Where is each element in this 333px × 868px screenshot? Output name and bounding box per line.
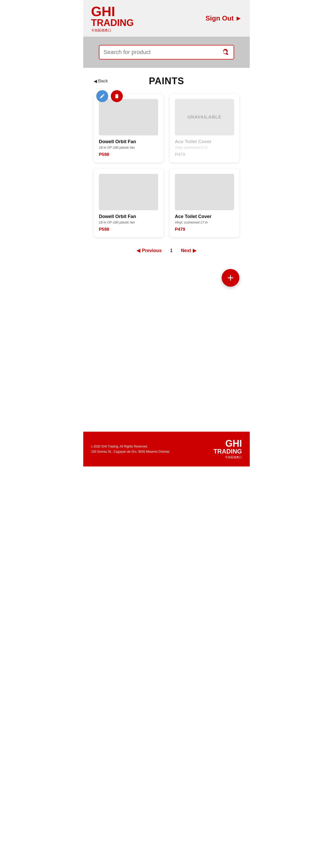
logo: GHI TRADING 卡加延德奥口 [91, 5, 134, 32]
sign-out-button[interactable]: Sign Out ► [205, 14, 242, 22]
next-arrow-icon: ▶ [193, 248, 196, 253]
plus-icon [226, 273, 235, 282]
product-price-2: P479 [175, 152, 234, 157]
logo-ghi: GHI [91, 5, 134, 18]
product-image-3 [99, 174, 158, 210]
product-name-4: Ace Toilet Cover [175, 214, 234, 219]
footer-text: c 2020 GHI Trading. All Rights Reserved.… [91, 444, 169, 455]
add-product-button[interactable] [222, 269, 239, 287]
product-desc-1: 18 in OF-180 plastic fan [99, 146, 158, 149]
unavailable-label-2: UNAVAILABLE [188, 115, 221, 120]
delete-button-1[interactable] [111, 90, 123, 102]
product-price-3: P598 [99, 227, 158, 232]
footer-address: 100 Gomez St., Cagayan de Oro, 9000 Misa… [91, 449, 169, 454]
footer-copyright: c 2020 GHI Trading. All Rights Reserved. [91, 444, 169, 449]
product-card-4: Ace Toilet Cover Vinyl, cushioned 17 in … [170, 169, 239, 237]
previous-label: Previous [142, 248, 162, 253]
footer: c 2020 GHI Trading. All Rights Reserved.… [83, 432, 250, 466]
back-arrow-icon: ◀ [94, 79, 97, 84]
product-desc-2: Vinyl, cushioned 17 in [175, 146, 234, 149]
current-page: 1 [170, 248, 173, 253]
edit-button-1[interactable] [96, 90, 108, 102]
logo-trading: TRADING [91, 18, 134, 28]
previous-button[interactable]: ◀ Previous [137, 248, 162, 253]
footer-logo: GHI TRADING 卡加延德奥口 [214, 439, 242, 459]
product-desc-3: 18 in OF-180 plastic fan [99, 220, 158, 224]
sign-out-arrow-icon: ► [235, 14, 242, 22]
search-icon [222, 49, 229, 56]
back-label: Back [98, 79, 108, 84]
product-grid: Dowell Orbit Fan 18 in OF-180 plastic fa… [94, 94, 239, 237]
card-actions-1 [96, 90, 123, 102]
search-button[interactable] [222, 49, 229, 56]
next-label: Next [181, 248, 191, 253]
product-price-1: P598 [99, 152, 158, 157]
back-link[interactable]: ◀ Back [94, 79, 108, 84]
product-price-4: P479 [175, 227, 234, 232]
logo-chinese: 卡加延德奥口 [91, 29, 134, 32]
pagination: ◀ Previous 1 Next ▶ [94, 248, 239, 253]
product-name-2: Ace Toilet Cover [175, 139, 234, 145]
unavailable-overlay-2: UNAVAILABLE [175, 99, 234, 135]
product-desc-4: Vinyl, cushioned 17 in [175, 220, 234, 224]
product-card-1: Dowell Orbit Fan 18 in OF-180 plastic fa… [94, 94, 163, 162]
edit-icon [100, 93, 105, 99]
search-input[interactable] [104, 49, 222, 56]
next-button[interactable]: Next ▶ [181, 248, 196, 253]
footer-logo-chinese: 卡加延德奥口 [214, 455, 242, 459]
product-name-3: Dowell Orbit Fan [99, 214, 158, 219]
product-card-3: Dowell Orbit Fan 18 in OF-180 plastic fa… [94, 169, 163, 237]
product-image-4 [175, 174, 234, 210]
header: GHI TRADING 卡加延德奥口 Sign Out ► [83, 0, 250, 37]
sign-out-label: Sign Out [205, 14, 233, 22]
page-title: PAINTS [94, 75, 239, 87]
fab-container [94, 269, 239, 287]
footer-logo-ghi: GHI [214, 439, 242, 448]
page-header: ◀ Back PAINTS [94, 75, 239, 87]
main-content: ◀ Back PAINTS Dowell Orbit Fan [83, 68, 250, 432]
search-section [83, 37, 250, 68]
search-bar [99, 45, 234, 60]
footer-logo-trading: TRADING [214, 448, 242, 455]
product-name-1: Dowell Orbit Fan [99, 139, 158, 145]
product-card-2: UNAVAILABLE Ace Toilet Cover Vinyl, cush… [170, 94, 239, 162]
trash-icon [114, 93, 120, 99]
product-image-1 [99, 99, 158, 135]
previous-arrow-icon: ◀ [137, 248, 140, 253]
